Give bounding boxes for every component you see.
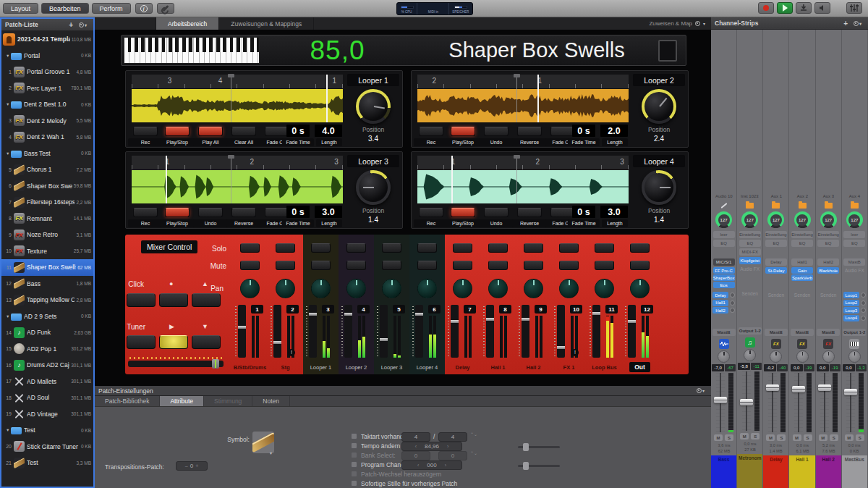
- channel-1-pan-knob[interactable]: [240, 279, 260, 298]
- folder-icon[interactable]: [851, 203, 859, 209]
- patch-list-item[interactable]: 5Chorus 17,2 MB: [1, 161, 93, 178]
- send-destination[interactable]: Loop1: [843, 292, 859, 298]
- strip-midi-fx-button[interactable]: MIDI-FX: [739, 248, 761, 256]
- channel-5-mute-button[interactable]: [382, 261, 401, 270]
- value-stepper[interactable]: 0: [401, 451, 430, 460]
- strip-volume-knob[interactable]: 127: [715, 211, 732, 228]
- fader-cap[interactable]: [273, 341, 281, 344]
- channel-strips-toggle-button[interactable]: [846, 2, 862, 14]
- solo-button[interactable]: S: [830, 434, 838, 441]
- channel-9-pan-knob[interactable]: [524, 279, 543, 298]
- solo-button[interactable]: S: [856, 434, 864, 441]
- strip-fader[interactable]: [817, 373, 840, 432]
- length-value[interactable]: 3.0: [600, 206, 628, 218]
- patch-list-item[interactable]: 12Bass1,8 MB: [1, 276, 93, 293]
- disclosure-triangle-icon[interactable]: ▼: [6, 151, 11, 156]
- fader-cap[interactable]: [844, 389, 857, 395]
- strip-setting-button[interactable]: Einstellung: [791, 231, 813, 238]
- loop-cursor[interactable]: [231, 156, 231, 203]
- channel-10-solo-button[interactable]: [559, 243, 579, 253]
- plugin-slot[interactable]: FF Pro-C: [713, 267, 735, 274]
- patch-list-item[interactable]: 7Filterstep 16steps2,2 MB: [1, 194, 93, 211]
- channel-12-pan-knob[interactable]: [630, 279, 650, 298]
- layout-mode-button[interactable]: Layout: [3, 3, 38, 14]
- send-level-knob[interactable]: [861, 300, 866, 306]
- channel-10-pan-knob[interactable]: [559, 279, 579, 298]
- looper-fade-out-button[interactable]: [265, 208, 289, 217]
- patch-list-item[interactable]: 21Test3,3 MB: [1, 455, 93, 471]
- strip-volume-knob[interactable]: 127: [794, 211, 811, 228]
- channel-11-mute-button[interactable]: [595, 261, 614, 270]
- channel-6-pan-knob[interactable]: [417, 279, 437, 298]
- tab-patch-bibliothek[interactable]: Patch-Bibliothek: [95, 396, 160, 406]
- channel-8-pan-knob[interactable]: [488, 279, 508, 298]
- setting-slider[interactable]: [518, 465, 560, 467]
- fader-cap[interactable]: [714, 397, 727, 403]
- mute-button[interactable]: M: [714, 434, 723, 441]
- channel-5-pan-knob[interactable]: [382, 279, 401, 298]
- capture-button[interactable]: [796, 2, 812, 14]
- send-slot[interactable]: Loop3: [843, 307, 866, 314]
- strips-action-button[interactable]: ▾: [851, 21, 864, 26]
- channel-4-pan-knob[interactable]: [346, 279, 366, 298]
- folder-icon[interactable]: [746, 203, 754, 209]
- fader-cap[interactable]: [522, 318, 529, 321]
- tab-zuweisungen-mappings[interactable]: Zuweisungen & Mappings: [219, 17, 314, 30]
- strip-fader[interactable]: [843, 373, 866, 432]
- looper-rec-button[interactable]: [133, 127, 158, 136]
- strip-output-slot[interactable]: Output 1-2: [843, 329, 866, 336]
- patch-list-item[interactable]: 11Shaper Box Swells62 MB: [1, 259, 93, 276]
- click-button-3[interactable]: [192, 293, 221, 307]
- plugin-slot[interactable]: Eos: [713, 282, 735, 288]
- channel-11-fader[interactable]: [592, 305, 600, 358]
- position-knob[interactable]: [642, 170, 676, 205]
- send-slot[interactable]: Hall2: [712, 307, 735, 314]
- fader-cap[interactable]: [592, 312, 600, 315]
- channel-4-fader[interactable]: [344, 305, 352, 358]
- solo-button[interactable]: S: [804, 434, 812, 441]
- strip-setting-button[interactable]: Einstellung: [739, 231, 761, 238]
- slider-thumb[interactable]: [212, 359, 219, 369]
- checkbox[interactable]: [351, 471, 357, 477]
- strip-setting-button[interactable]: leer: [713, 231, 735, 238]
- send-destination[interactable]: Loop2: [843, 300, 859, 306]
- send-slot-empty[interactable]: Senden: [794, 293, 810, 298]
- tuner-button-2[interactable]: [159, 335, 188, 349]
- channel-4-solo-button[interactable]: [346, 243, 366, 253]
- send-slot[interactable]: Hall1: [712, 300, 735, 306]
- patch-list-item[interactable]: 15AD2 Pop 1301,2 MB: [1, 341, 93, 358]
- tab-arbeitsbereich[interactable]: Arbeitsbereich: [156, 17, 219, 30]
- waveform-display[interactable]: [132, 170, 343, 203]
- add-strip-button[interactable]: +: [841, 20, 851, 28]
- looper-clear-all-button[interactable]: [231, 127, 256, 136]
- fade-time-value[interactable]: 0 s: [286, 125, 310, 137]
- patch-list-item[interactable]: 2FXPerc Layer 1780,1 MB: [1, 80, 93, 97]
- channel-1-solo-button[interactable]: [240, 243, 260, 253]
- send-slot[interactable]: Loop1: [843, 292, 866, 298]
- patch-list-item[interactable]: ▼Portal0 KB: [1, 48, 93, 64]
- channel-10-fader[interactable]: [557, 305, 565, 358]
- strip-input-slot[interactable]: MIC/S/1: [713, 258, 735, 266]
- fader-cap[interactable]: [309, 313, 317, 316]
- tab-attribute[interactable]: Attribute: [160, 396, 204, 406]
- solo-button[interactable]: S: [725, 434, 733, 441]
- plugin-slot[interactable]: ShaperBox: [713, 274, 735, 281]
- send-destination[interactable]: Hall1: [712, 300, 728, 306]
- send-slot-empty[interactable]: Senden: [820, 293, 836, 298]
- strip-output-slot[interactable]: MastB: [817, 329, 840, 336]
- loop-cursor[interactable]: [231, 75, 231, 122]
- strip-fader[interactable]: [791, 373, 814, 432]
- looper-undo-button[interactable]: [484, 208, 509, 217]
- strip-pan-knob[interactable]: [796, 350, 809, 363]
- fader-cap[interactable]: [238, 326, 246, 329]
- send-slot[interactable]: Loop2: [843, 300, 866, 306]
- strip-fader[interactable]: [765, 373, 788, 432]
- patch-list-item[interactable]: 9FXNoze Retro3,1 MB: [1, 227, 93, 243]
- looper-waveform[interactable]: 341: [132, 75, 343, 122]
- tab-stimmung[interactable]: Stimmung: [204, 396, 252, 406]
- loop-cursor[interactable]: [516, 156, 517, 203]
- fade-time-value[interactable]: 0 s: [572, 206, 595, 218]
- strip-volume-knob[interactable]: 127: [741, 211, 758, 228]
- folder-icon[interactable]: [772, 203, 780, 209]
- mute-button[interactable]: M: [793, 434, 801, 441]
